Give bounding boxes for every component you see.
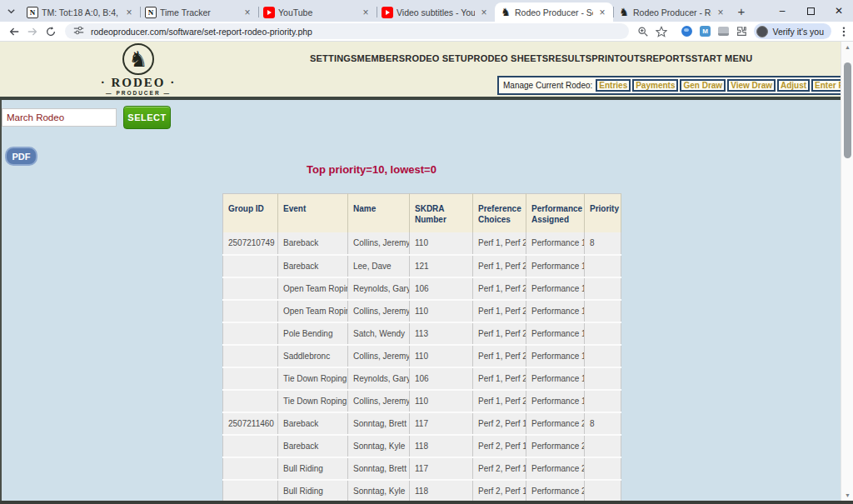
table-cell: Performance 2 bbox=[526, 412, 585, 435]
avatar bbox=[756, 26, 768, 37]
nav-start-menu[interactable]: START MENU bbox=[691, 53, 752, 63]
browser-tab[interactable]: Video subtitles - YouTube Stud× bbox=[377, 2, 495, 22]
priority-table: Group IDEventNameSKDRA NumberPreference … bbox=[222, 193, 621, 503]
youtube-play-triangle bbox=[386, 10, 390, 15]
extensions-puzzle-icon[interactable] bbox=[732, 23, 751, 40]
tab-title: Time Tracker bbox=[160, 7, 238, 17]
extension-gray-icon[interactable] bbox=[714, 23, 732, 40]
tab-close-icon[interactable]: × bbox=[242, 7, 253, 18]
window-bottom-edge bbox=[0, 501, 853, 504]
table-row: BarebackSonntag, Kyle118Perf 2, Perf 1Pe… bbox=[223, 435, 621, 457]
browser-tab[interactable]: YouTube× bbox=[258, 2, 377, 22]
extension-orb-icon[interactable] bbox=[677, 23, 696, 40]
table-cell: Performance 1 bbox=[526, 345, 585, 367]
nav-rodeo-sheets[interactable]: RODEO SHEETS bbox=[474, 53, 549, 63]
browser-tab[interactable]: NTime Tracker× bbox=[140, 2, 258, 22]
kebab-menu-icon[interactable] bbox=[835, 23, 853, 40]
table-cell: Bareback bbox=[278, 412, 348, 435]
table-row: Open Team RopingCollins, Jeremy110Perf 1… bbox=[223, 300, 621, 322]
table-cell bbox=[223, 277, 278, 300]
tab-title: TM: Tot:18 A:0, B:4, C:13, D:0, E bbox=[42, 7, 120, 17]
table-cell bbox=[585, 435, 621, 457]
table-row: SaddlebroncCollins, Jeremy110Perf 1, Per… bbox=[223, 345, 621, 367]
table-cell bbox=[585, 390, 621, 412]
maximize-button[interactable] bbox=[796, 0, 825, 22]
forward-icon[interactable] bbox=[23, 23, 42, 40]
table-cell: 110 bbox=[410, 300, 473, 322]
col-header-preference-choices: Preference Choices bbox=[473, 194, 526, 232]
manage-current-rodeo-bar: Manage Current Rodeo: EntriesPaymentsGen… bbox=[497, 76, 844, 95]
nav-reports[interactable]: REPORTS bbox=[646, 53, 691, 63]
extension-m-icon[interactable]: M bbox=[696, 23, 714, 40]
table-cell: Sonntag, Kyle bbox=[348, 480, 410, 502]
browser-tab[interactable]: ♞Rodeo Producer - Set Rodeo P× bbox=[495, 2, 613, 22]
table-cell bbox=[223, 300, 278, 322]
manage-btn-view-draw[interactable]: View Draw bbox=[727, 79, 776, 92]
table-cell bbox=[585, 480, 621, 502]
priority-table-head: Group IDEventNameSKDRA NumberPreference … bbox=[223, 194, 621, 232]
manage-btn-adjust[interactable]: Adjust bbox=[777, 79, 810, 92]
table-cell: Bareback bbox=[278, 255, 348, 277]
close-button[interactable]: ✕ bbox=[825, 0, 853, 22]
table-cell bbox=[223, 255, 278, 277]
new-tab-button[interactable]: + bbox=[731, 1, 751, 21]
table-cell bbox=[223, 367, 278, 390]
scroll-up-icon[interactable]: ▲ bbox=[841, 44, 853, 50]
omnibox[interactable]: rodeoproducer.com/software/set-report-ro… bbox=[65, 23, 629, 39]
tab-close-icon[interactable]: × bbox=[360, 7, 372, 18]
table-cell: Performance 1 bbox=[526, 232, 585, 255]
nav-settings[interactable]: SETTINGS bbox=[310, 53, 357, 63]
browser-toolbar: rodeoproducer.com/software/set-report-ro… bbox=[0, 22, 853, 42]
manage-btn-gen-draw[interactable]: Gen Draw bbox=[680, 79, 726, 92]
browser-tab[interactable]: NTM: Tot:18 A:0, B:4, C:13, D:0, E× bbox=[22, 2, 140, 22]
table-row: BarebackLee, Dave121Perf 1, Perf 2Perfor… bbox=[223, 255, 621, 277]
table-cell: Tie Down Roping bbox=[278, 390, 348, 412]
manage-btn-entries[interactable]: Entries bbox=[596, 79, 631, 92]
rodeo-select[interactable]: March Rodeo bbox=[2, 108, 117, 127]
scroll-down-icon[interactable]: ▼ bbox=[841, 492, 853, 498]
select-button[interactable]: SELECT bbox=[123, 106, 171, 129]
nav-printouts[interactable]: PRINTOUTS bbox=[591, 53, 646, 63]
chevron-down-icon[interactable] bbox=[0, 0, 22, 22]
nav-rodeo-setup[interactable]: RODEO SETUP bbox=[405, 53, 473, 63]
table-cell: 8 bbox=[585, 412, 621, 435]
nav-results[interactable]: RESULTS bbox=[548, 53, 591, 63]
col-header-group-id: Group ID bbox=[223, 194, 278, 232]
tab-close-icon[interactable]: × bbox=[123, 7, 135, 18]
browser-tab[interactable]: ♞Rodeo Producer - Reports - Ro× bbox=[613, 2, 731, 22]
table-cell: 117 bbox=[410, 457, 473, 480]
vertical-scrollbar[interactable]: ▲ ▼ bbox=[841, 42, 853, 504]
nav-members[interactable]: MEMBERS bbox=[357, 53, 406, 63]
tab-close-icon[interactable]: × bbox=[478, 7, 490, 18]
pdf-button[interactable]: PDF bbox=[5, 147, 37, 166]
scrollbar-thumb[interactable] bbox=[844, 62, 851, 158]
table-cell: Perf 1, Perf 2 bbox=[473, 390, 526, 412]
reload-icon[interactable] bbox=[42, 23, 60, 40]
table-cell: Pole Bending bbox=[278, 322, 348, 345]
table-cell: Perf 2, Perf 1 bbox=[473, 480, 526, 502]
rodeo-favicon: ♞ bbox=[500, 7, 511, 18]
manage-btn-payments[interactable]: Payments bbox=[632, 79, 678, 92]
tab-close-icon[interactable]: × bbox=[596, 7, 608, 18]
col-header-priority: Priority bbox=[585, 194, 621, 232]
table-cell bbox=[223, 457, 278, 480]
table-row: Pole BendingSatch, Wendy113Perf 1, Perf … bbox=[223, 322, 621, 345]
table-cell: Sonntag, Kyle bbox=[348, 435, 410, 457]
table-row: 2507211460BarebackSonntag, Brett117Perf … bbox=[223, 412, 621, 435]
table-cell: Performance 1 bbox=[526, 255, 585, 277]
bookmark-star-icon[interactable] bbox=[652, 23, 671, 40]
table-row: Tie Down RopingReynolds, Gary106Perf 1, … bbox=[223, 367, 621, 390]
table-cell: Collins, Jeremy bbox=[348, 232, 410, 255]
verify-profile-button[interactable]: Verify it's you bbox=[754, 23, 831, 39]
table-cell: Perf 2, Perf 1 bbox=[473, 412, 526, 435]
tab-close-icon[interactable]: × bbox=[715, 7, 726, 18]
table-cell: 2507210749 bbox=[223, 232, 278, 255]
back-icon[interactable] bbox=[5, 23, 23, 40]
minimize-button[interactable]: – bbox=[768, 0, 796, 22]
zoom-icon[interactable] bbox=[634, 23, 652, 40]
site-logo[interactable]: ♞ · RODEO · — PRODUCER — bbox=[85, 43, 192, 96]
url-text[interactable]: rodeoproducer.com/software/set-report-ro… bbox=[91, 27, 312, 37]
site-settings-icon[interactable] bbox=[73, 24, 84, 39]
verify-label: Verify it's you bbox=[772, 27, 824, 37]
horse-logo-icon: ♞ bbox=[122, 43, 154, 75]
